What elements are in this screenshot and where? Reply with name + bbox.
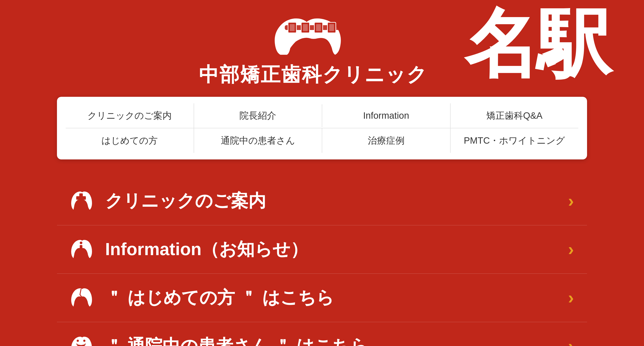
menu-label-info: Information（お知らせ）	[105, 238, 568, 261]
tooth-info-icon	[70, 238, 92, 262]
tooth-cross-icon	[70, 189, 92, 213]
svg-rect-6	[316, 24, 321, 31]
svg-rect-8	[329, 24, 334, 31]
svg-point-16	[83, 340, 86, 342]
svg-rect-2	[290, 24, 294, 31]
svg-rect-10	[76, 196, 86, 200]
header: 中部矯正歯科クリニック 名駅	[0, 0, 644, 97]
menu-label-first: ＂ はじめての方 ＂ はこちら	[105, 286, 568, 310]
menu-item-first[interactable]: ＂ はじめての方 ＂ はこちら ›	[57, 274, 587, 322]
menu-item-info[interactable]: Information（お知らせ） ›	[57, 225, 587, 274]
nav-pmtc[interactable]: PMTC・ホワイトニング	[450, 128, 578, 153]
menu-arrow-patients: ›	[568, 336, 574, 346]
menu-arrow-info: ›	[568, 239, 574, 260]
menu-arrow-first: ›	[568, 288, 574, 308]
menu-arrow-clinic: ›	[568, 191, 574, 211]
nav-information[interactable]: Information	[322, 104, 450, 127]
nav-row-1: クリニックのご案内 院長紹介 Information 矯正歯科Q&A	[66, 103, 578, 128]
menu-label-patients: ＂ 通院中の患者さん ＂ はこちら	[105, 334, 568, 346]
nav-director[interactable]: 院長紹介	[194, 103, 322, 128]
menu-item-clinic[interactable]: クリニックのご案内 ›	[57, 177, 587, 225]
menu-item-patients[interactable]: ＂ 通院中の患者さん ＂ はこちら ›	[57, 322, 587, 346]
svg-rect-12	[80, 245, 82, 251]
nav-treatment-cases[interactable]: 治療症例	[322, 128, 450, 153]
nav-row-2: はじめての方 通院中の患者さん 治療症例 PMTC・ホワイトニング	[66, 128, 578, 153]
svg-point-15	[77, 340, 79, 342]
tooth-logo-icon	[267, 13, 359, 57]
navigation: クリニックのご案内 院長紹介 Information 矯正歯科Q&A はじめての…	[57, 97, 587, 160]
tooth-patient-icon	[70, 334, 92, 346]
nav-first-visit[interactable]: はじめての方	[66, 128, 194, 153]
menu-label-clinic: クリニックのご案内	[105, 189, 568, 213]
menu-section: クリニックのご案内 › Information（お知らせ） › ＂ はじめての方…	[57, 177, 587, 346]
tooth-first-icon	[70, 286, 92, 310]
svg-rect-4	[303, 24, 308, 31]
station-name: 名駅	[464, 6, 609, 81]
nav-clinic-info[interactable]: クリニックのご案内	[66, 103, 194, 128]
logo-area: 中部矯正歯科クリニック	[199, 13, 428, 88]
nav-current-patients[interactable]: 通院中の患者さん	[194, 128, 322, 153]
nav-qa[interactable]: 矯正歯科Q&A	[450, 103, 578, 128]
svg-point-11	[80, 242, 82, 244]
clinic-name: 中部矯正歯科クリニック	[199, 61, 428, 88]
